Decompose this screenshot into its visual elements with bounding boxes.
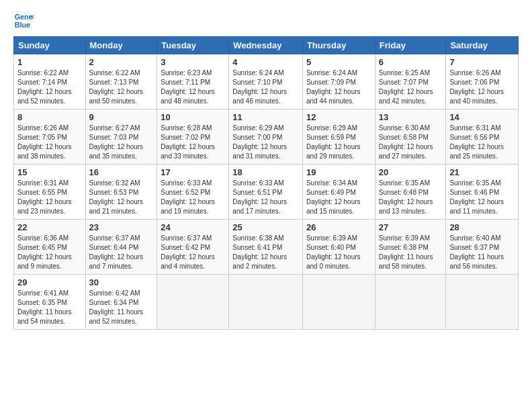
day-number: 16 [89, 167, 154, 177]
calendar-cell: 27Sunrise: 6:39 AM Sunset: 6:38 PM Dayli… [375, 220, 446, 275]
day-number: 7 [449, 57, 515, 67]
logo-icon: General Blue [13, 11, 34, 31]
calendar-cell: 20Sunrise: 6:35 AM Sunset: 6:48 PM Dayli… [375, 165, 446, 220]
day-number: 14 [449, 112, 515, 122]
calendar-cell: 26Sunrise: 6:39 AM Sunset: 6:40 PM Dayli… [302, 220, 375, 275]
day-number: 25 [232, 222, 299, 232]
day-number: 26 [306, 222, 371, 232]
day-number: 30 [89, 277, 154, 287]
day-info: Sunrise: 6:31 AM Sunset: 6:55 PM Dayligh… [17, 179, 82, 216]
day-info: Sunrise: 6:40 AM Sunset: 6:37 PM Dayligh… [449, 234, 515, 271]
day-number: 11 [232, 112, 299, 122]
day-info: Sunrise: 6:34 AM Sunset: 6:49 PM Dayligh… [306, 179, 371, 216]
calendar-cell: 21Sunrise: 6:35 AM Sunset: 6:46 PM Dayli… [446, 165, 519, 220]
day-info: Sunrise: 6:39 AM Sunset: 6:40 PM Dayligh… [306, 234, 371, 271]
calendar-cell: 11Sunrise: 6:29 AM Sunset: 7:00 PM Dayli… [229, 109, 303, 165]
day-number: 18 [232, 167, 299, 177]
calendar-cell: 23Sunrise: 6:37 AM Sunset: 6:44 PM Dayli… [85, 220, 157, 275]
calendar-cell: 1Sunrise: 6:22 AM Sunset: 7:14 PM Daylig… [14, 54, 86, 109]
day-info: Sunrise: 6:22 AM Sunset: 7:14 PM Dayligh… [17, 68, 82, 106]
day-info: Sunrise: 6:36 AM Sunset: 6:45 PM Dayligh… [17, 234, 82, 271]
day-number: 12 [306, 112, 371, 122]
day-info: Sunrise: 6:29 AM Sunset: 7:00 PM Dayligh… [232, 124, 299, 161]
calendar-cell: 8Sunrise: 6:26 AM Sunset: 7:05 PM Daylig… [14, 109, 86, 165]
page-header: General Blue [13, 11, 519, 31]
day-info: Sunrise: 6:37 AM Sunset: 6:44 PM Dayligh… [89, 234, 154, 271]
day-info: Sunrise: 6:35 AM Sunset: 6:46 PM Dayligh… [449, 179, 515, 216]
day-info: Sunrise: 6:31 AM Sunset: 6:56 PM Dayligh… [449, 124, 515, 161]
day-number: 23 [89, 222, 154, 232]
day-number: 3 [161, 57, 225, 67]
calendar-cell: 9Sunrise: 6:27 AM Sunset: 7:03 PM Daylig… [85, 109, 157, 165]
calendar-cell: 24Sunrise: 6:37 AM Sunset: 6:42 PM Dayli… [157, 220, 229, 275]
col-header-wednesday: Wednesday [229, 37, 303, 54]
calendar-table: SundayMondayTuesdayWednesdayThursdayFrid… [13, 36, 519, 330]
day-info: Sunrise: 6:25 AM Sunset: 7:07 PM Dayligh… [379, 68, 443, 106]
svg-text:General: General [15, 13, 34, 21]
svg-text:Blue: Blue [15, 21, 30, 29]
day-info: Sunrise: 6:28 AM Sunset: 7:02 PM Dayligh… [161, 124, 225, 161]
day-number: 10 [161, 112, 225, 122]
col-header-thursday: Thursday [302, 37, 375, 54]
day-info: Sunrise: 6:42 AM Sunset: 6:34 PM Dayligh… [89, 289, 154, 326]
calendar-cell: 29Sunrise: 6:41 AM Sunset: 6:35 PM Dayli… [14, 275, 86, 330]
day-number: 9 [89, 112, 154, 122]
day-info: Sunrise: 6:33 AM Sunset: 6:52 PM Dayligh… [161, 179, 225, 216]
calendar-cell [302, 275, 375, 330]
day-number: 4 [232, 57, 299, 67]
calendar-cell: 6Sunrise: 6:25 AM Sunset: 7:07 PM Daylig… [375, 54, 446, 109]
calendar-cell: 2Sunrise: 6:22 AM Sunset: 7:13 PM Daylig… [85, 54, 157, 109]
col-header-sunday: Sunday [14, 37, 86, 54]
calendar-cell: 28Sunrise: 6:40 AM Sunset: 6:37 PM Dayli… [446, 220, 519, 275]
calendar-cell [375, 275, 446, 330]
calendar-cell: 19Sunrise: 6:34 AM Sunset: 6:49 PM Dayli… [302, 165, 375, 220]
logo: General Blue [13, 11, 34, 31]
calendar-cell: 5Sunrise: 6:24 AM Sunset: 7:09 PM Daylig… [302, 54, 375, 109]
calendar-cell [229, 275, 303, 330]
day-info: Sunrise: 6:35 AM Sunset: 6:48 PM Dayligh… [379, 179, 443, 216]
calendar-cell: 13Sunrise: 6:30 AM Sunset: 6:58 PM Dayli… [375, 109, 446, 165]
day-info: Sunrise: 6:29 AM Sunset: 6:59 PM Dayligh… [306, 124, 371, 161]
calendar-cell: 14Sunrise: 6:31 AM Sunset: 6:56 PM Dayli… [446, 109, 519, 165]
day-info: Sunrise: 6:26 AM Sunset: 7:06 PM Dayligh… [449, 68, 515, 106]
day-number: 20 [379, 167, 443, 177]
col-header-monday: Monday [85, 37, 157, 54]
day-info: Sunrise: 6:23 AM Sunset: 7:11 PM Dayligh… [161, 68, 225, 106]
calendar-cell: 17Sunrise: 6:33 AM Sunset: 6:52 PM Dayli… [157, 165, 229, 220]
day-number: 13 [379, 112, 443, 122]
calendar-cell [446, 275, 519, 330]
day-info: Sunrise: 6:22 AM Sunset: 7:13 PM Dayligh… [89, 68, 154, 106]
day-number: 19 [306, 167, 371, 177]
day-info: Sunrise: 6:24 AM Sunset: 7:09 PM Dayligh… [306, 68, 371, 106]
col-header-saturday: Saturday [446, 37, 519, 54]
day-number: 29 [17, 277, 82, 287]
day-number: 17 [161, 167, 225, 177]
day-number: 5 [306, 57, 371, 67]
day-info: Sunrise: 6:24 AM Sunset: 7:10 PM Dayligh… [232, 68, 299, 106]
calendar-cell: 16Sunrise: 6:32 AM Sunset: 6:53 PM Dayli… [85, 165, 157, 220]
calendar-cell: 18Sunrise: 6:33 AM Sunset: 6:51 PM Dayli… [229, 165, 303, 220]
day-number: 22 [17, 222, 82, 232]
day-info: Sunrise: 6:39 AM Sunset: 6:38 PM Dayligh… [379, 234, 443, 271]
day-info: Sunrise: 6:38 AM Sunset: 6:41 PM Dayligh… [232, 234, 299, 271]
calendar-cell: 10Sunrise: 6:28 AM Sunset: 7:02 PM Dayli… [157, 109, 229, 165]
day-number: 15 [17, 167, 82, 177]
day-number: 28 [449, 222, 515, 232]
calendar-cell: 4Sunrise: 6:24 AM Sunset: 7:10 PM Daylig… [229, 54, 303, 109]
col-header-friday: Friday [375, 37, 446, 54]
calendar-cell: 15Sunrise: 6:31 AM Sunset: 6:55 PM Dayli… [14, 165, 86, 220]
day-info: Sunrise: 6:41 AM Sunset: 6:35 PM Dayligh… [17, 289, 82, 326]
day-number: 21 [449, 167, 515, 177]
calendar-cell: 25Sunrise: 6:38 AM Sunset: 6:41 PM Dayli… [229, 220, 303, 275]
day-info: Sunrise: 6:37 AM Sunset: 6:42 PM Dayligh… [161, 234, 225, 271]
day-info: Sunrise: 6:27 AM Sunset: 7:03 PM Dayligh… [89, 124, 154, 161]
day-number: 1 [17, 57, 82, 67]
calendar-cell: 22Sunrise: 6:36 AM Sunset: 6:45 PM Dayli… [14, 220, 86, 275]
day-info: Sunrise: 6:33 AM Sunset: 6:51 PM Dayligh… [232, 179, 299, 216]
day-number: 2 [89, 57, 154, 67]
day-number: 6 [379, 57, 443, 67]
calendar-cell: 7Sunrise: 6:26 AM Sunset: 7:06 PM Daylig… [446, 54, 519, 109]
day-info: Sunrise: 6:30 AM Sunset: 6:58 PM Dayligh… [379, 124, 443, 161]
calendar-cell: 30Sunrise: 6:42 AM Sunset: 6:34 PM Dayli… [85, 275, 157, 330]
calendar-cell: 12Sunrise: 6:29 AM Sunset: 6:59 PM Dayli… [302, 109, 375, 165]
